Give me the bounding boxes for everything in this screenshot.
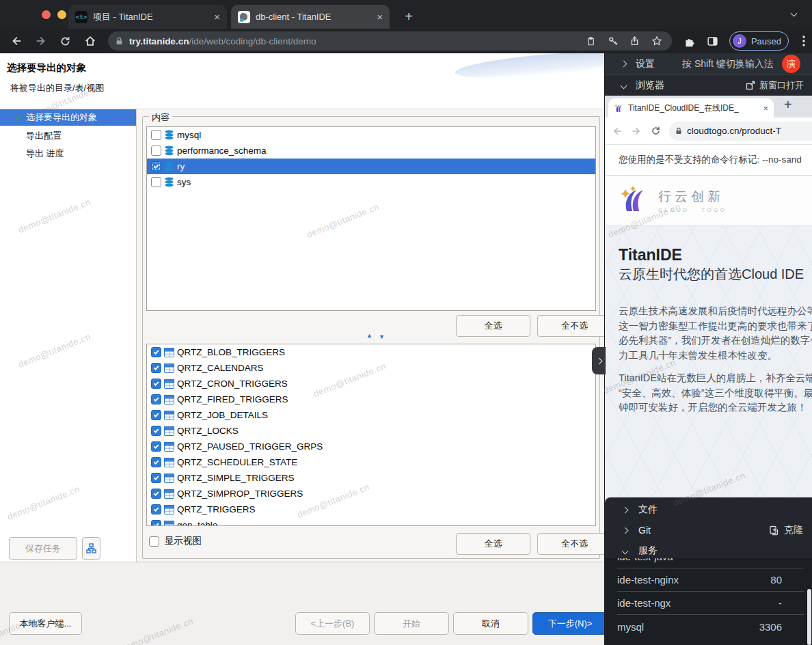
files-panel-header[interactable]: 文件 [605,499,812,520]
start-button[interactable]: 开始 [374,612,449,635]
row-checkbox[interactable] [151,504,161,514]
row-checkbox[interactable] [151,457,161,467]
address-bar[interactable]: try.titanide.cn /ide/web/coding/db-clien… [108,31,672,51]
bookmark-star-icon[interactable] [649,33,665,49]
forward-icon[interactable] [33,33,49,49]
wizard-step[interactable]: 选择要导出的对象 [0,109,136,126]
next-step-button[interactable]: 下一步(N)> [532,612,608,635]
clipboard-icon[interactable] [583,33,599,49]
browser-tab-db-client[interactable]: db-client - TitanIDE × [231,5,390,29]
row-label: QRTZ_CRON_TRIGGERS [177,379,288,389]
inner-browser-tab[interactable]: TitanIDE_CloudIDE_在线IDE_ × [608,98,774,118]
browser-tab-project[interactable]: <t> 项目 - TitanIDE × [68,5,227,29]
inner-address-bar[interactable]: cloudtogo.cn/product-T [669,122,812,141]
list-row[interactable]: QRTZ_JOB_DETAILS [147,407,595,423]
services-scrollbar[interactable] [807,589,811,645]
side-panel-icon[interactable] [705,33,721,49]
list-row[interactable]: QRTZ_CRON_TRIGGERS [147,376,595,392]
select-all-button-bottom[interactable]: 全选 [456,533,530,555]
list-row[interactable]: QRTZ_SCHEDULER_STATE [147,454,595,470]
row-checkbox[interactable] [151,520,161,526]
menu-kebab-icon[interactable] [796,33,812,49]
list-row[interactable]: QRTZ_FIRED_TRIGGERS [147,392,595,407]
row-checkbox[interactable] [151,410,161,420]
inner-url: cloudtogo.cn/product-T [687,126,781,136]
service-row[interactable]: ide-test-ngx- [617,592,804,615]
row-checkbox[interactable] [151,379,161,389]
list-row[interactable]: mysql [147,127,595,143]
row-checkbox[interactable] [151,161,161,171]
row-checkbox[interactable] [151,146,161,156]
list-row[interactable]: QRTZ_SIMPLE_TRIGGERS [147,470,595,486]
row-checkbox[interactable] [151,441,161,452]
row-checkbox[interactable] [151,347,161,357]
tab-search-chevron-icon[interactable] [791,10,798,17]
table-icon [164,474,174,483]
list-row[interactable]: QRTZ_PAUSED_TRIGGER_GRPS [147,439,595,454]
profile-button[interactable]: J Paused [729,31,789,51]
list-row[interactable]: performance_schema [147,143,595,159]
splitter-up-icon[interactable]: ▲ [366,333,373,339]
macos-minimize-button[interactable] [57,10,66,19]
panel-collapse-handle[interactable] [592,347,606,374]
browser-section-header[interactable]: 浏览器 新窗口打开 [605,74,812,96]
service-row[interactable]: mysql3306 [617,615,804,638]
service-name: mysql [617,621,644,633]
cancel-button[interactable]: 取消 [453,612,528,635]
open-new-window-icon[interactable] [746,81,755,90]
service-port: - [779,597,782,609]
list-row[interactable]: QRTZ_SIMPROP_TRIGGERS [147,486,595,502]
share-icon[interactable] [627,33,643,49]
git-clone-icon[interactable] [769,525,779,536]
sitemap-button[interactable] [82,537,100,560]
select-none-button-bottom[interactable]: 全不选 [537,533,612,555]
row-checkbox[interactable] [151,130,161,140]
inner-tab-close-icon[interactable]: × [763,103,768,113]
row-label: QRTZ_TRIGGERS [177,504,256,514]
git-panel-header[interactable]: Git 克隆 [605,520,812,540]
inner-reload-icon[interactable] [647,123,664,139]
tab-close-icon[interactable]: × [214,11,220,23]
select-none-button-top[interactable]: 全不选 [537,315,612,337]
list-row[interactable]: QRTZ_TRIGGERS [147,502,595,517]
row-checkbox[interactable] [151,394,161,404]
git-clone-label[interactable]: 克隆 [784,524,803,536]
ide-right-panel: 设置 按 Shift 键切换输入法 演 浏览器 新窗口打开 TitanIDE_C… [604,53,812,645]
row-checkbox[interactable] [151,473,161,483]
back-step-button[interactable]: <上一步(B) [295,612,370,635]
new-tab-button[interactable]: + [400,8,418,25]
inner-back-icon[interactable] [609,123,625,139]
row-checkbox[interactable] [151,177,161,187]
service-row[interactable]: ide-test-java- [617,558,804,568]
open-new-window-label[interactable]: 新窗口打开 [759,79,804,92]
list-row[interactable]: QRTZ_BLOB_TRIGGERS [147,344,595,360]
back-icon[interactable] [8,33,25,49]
row-label: QRTZ_FIRED_TRIGGERS [177,394,288,404]
extensions-puzzle-icon[interactable] [681,33,698,49]
row-checkbox[interactable] [151,426,161,436]
wizard-step[interactable]: 导出配置 [0,128,136,143]
password-key-icon[interactable] [605,33,621,49]
tab-close-icon[interactable]: × [377,11,383,23]
save-task-button[interactable]: 保存任务 [9,537,77,560]
macos-close-button[interactable] [42,10,51,19]
list-row[interactable]: ry [147,159,595,174]
reload-icon[interactable] [57,33,74,49]
row-checkbox[interactable] [151,489,161,499]
splitter-down-icon[interactable]: ▼ [379,334,385,340]
settings-section-header[interactable]: 设置 按 Shift 键切换输入法 演 [605,53,812,74]
service-row[interactable]: ide-test-nginx80 [617,568,804,592]
browser-tab-strip: <t> 项目 - TitanIDE × db-client - TitanIDE… [0,0,812,29]
database-list[interactable]: mysqlperformance_schemarysys [146,126,596,311]
inner-forward-icon[interactable] [628,123,645,139]
list-row[interactable]: QRTZ_LOCKS [147,423,595,439]
select-all-button-top[interactable]: 全选 [456,315,530,337]
show-views-checkbox[interactable] [149,536,159,547]
list-row[interactable]: sys [147,174,595,190]
home-icon[interactable] [82,33,98,49]
row-checkbox[interactable] [151,363,161,373]
ide-dock-panels: 文件 Git 克隆 服务 ide-test-java-ide-test-ngin… [605,497,812,645]
list-row[interactable]: gen_table [147,517,595,526]
wizard-step[interactable]: 导出 进度 [0,146,136,161]
inner-new-tab-button[interactable]: + [784,97,792,113]
